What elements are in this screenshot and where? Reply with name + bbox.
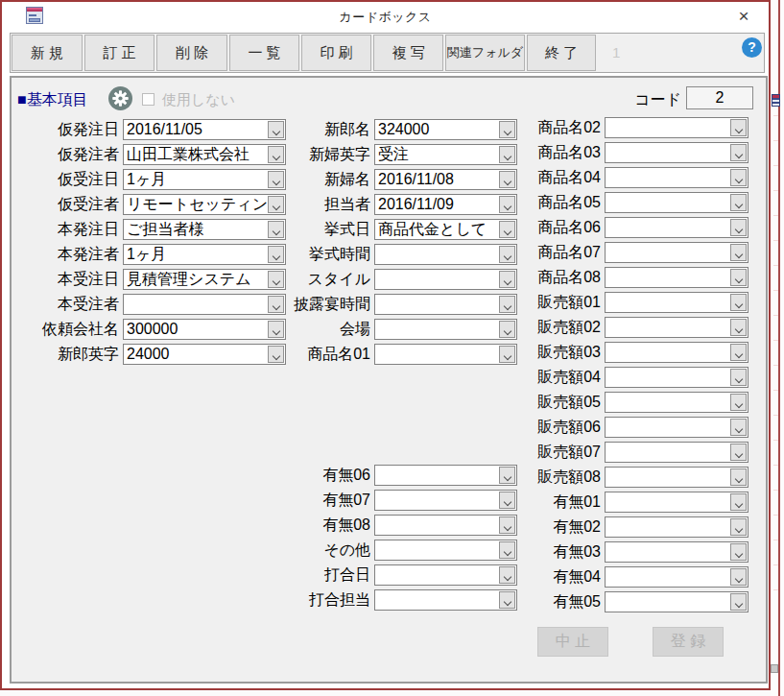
field-combobox[interactable]	[374, 344, 517, 365]
field-combobox[interactable]	[374, 294, 517, 315]
field-combobox[interactable]	[605, 267, 748, 288]
combobox-value	[608, 468, 729, 487]
chevron-down-icon[interactable]	[730, 543, 747, 561]
chevron-down-icon[interactable]	[730, 444, 747, 461]
field-combobox[interactable]: 2016/11/08	[374, 169, 517, 190]
field-combobox[interactable]	[605, 317, 748, 338]
field-combobox[interactable]	[374, 540, 517, 561]
close-icon[interactable]: ×	[732, 5, 755, 28]
help-icon[interactable]: ?	[742, 37, 762, 58]
field-combobox[interactable]: 2016/11/05	[123, 119, 286, 140]
field-label: 有無02	[509, 516, 601, 538]
cancel-button[interactable]: 中 止	[537, 627, 608, 657]
toolbar-button[interactable]: 新 規	[12, 35, 83, 71]
combobox-value: 24000	[127, 345, 267, 364]
toolbar-button[interactable]: 終 了	[527, 35, 596, 71]
field-label: 有無03	[509, 541, 601, 563]
field-combobox[interactable]: 商品代金として	[374, 219, 517, 240]
field-combobox[interactable]	[374, 244, 517, 265]
combobox-value	[378, 320, 498, 339]
field-combobox[interactable]: 受注	[374, 144, 517, 165]
gear-icon[interactable]	[108, 86, 132, 110]
field-combobox[interactable]: 見積管理システム	[123, 269, 286, 290]
field-combobox[interactable]	[374, 465, 517, 486]
field-combobox[interactable]	[605, 142, 748, 163]
field-combobox[interactable]	[605, 117, 748, 138]
chevron-down-icon[interactable]	[730, 144, 747, 161]
field-combobox[interactable]	[605, 591, 748, 612]
toolbar-button[interactable]: 複 写	[373, 35, 443, 71]
field-combobox[interactable]	[605, 342, 748, 363]
field-combobox[interactable]	[605, 492, 748, 513]
chevron-down-icon[interactable]	[730, 294, 747, 311]
field-combobox[interactable]	[605, 442, 748, 463]
field-combobox[interactable]	[605, 467, 748, 488]
field-label: 販売額06	[509, 417, 601, 438]
combobox-value	[608, 193, 729, 212]
field-combobox[interactable]: 324000	[374, 119, 517, 140]
combobox-value	[378, 295, 498, 314]
combobox-value: ご担当者様	[127, 220, 267, 239]
combobox-value: 300000	[127, 320, 267, 339]
field-combobox[interactable]	[374, 515, 517, 536]
chevron-down-icon[interactable]	[730, 493, 747, 511]
field-combobox[interactable]: 24000	[123, 344, 286, 365]
field-combobox[interactable]: リモートセッティング	[123, 194, 286, 215]
field-label: 有無04	[509, 566, 601, 588]
field-combobox[interactable]	[374, 269, 517, 290]
field-combobox[interactable]	[605, 392, 748, 413]
field-combobox[interactable]	[605, 541, 748, 563]
field-label: 打合担当	[278, 589, 370, 611]
chevron-down-icon[interactable]	[730, 518, 747, 536]
chevron-down-icon[interactable]	[730, 244, 747, 261]
field-combobox[interactable]	[605, 217, 748, 238]
toolbar-button[interactable]: 印 刷	[301, 35, 371, 71]
chevron-down-icon[interactable]	[730, 468, 747, 486]
field-combobox[interactable]: 300000	[123, 319, 286, 340]
chevron-down-icon[interactable]	[730, 593, 747, 611]
window-title: カードボックス	[2, 9, 769, 26]
field-combobox[interactable]: 1ヶ月	[123, 244, 286, 265]
field-combobox[interactable]	[374, 589, 517, 611]
field-combobox[interactable]	[605, 292, 748, 313]
chevron-down-icon[interactable]	[730, 369, 747, 386]
field-combobox[interactable]	[605, 417, 748, 438]
do-not-use-label: 使用しない	[162, 91, 235, 109]
field-combobox[interactable]	[605, 516, 748, 538]
code-field[interactable]: 2	[686, 86, 753, 109]
field-combobox[interactable]: ご担当者様	[123, 219, 286, 240]
chevron-down-icon[interactable]	[730, 194, 747, 211]
chevron-down-icon[interactable]	[730, 169, 747, 186]
chevron-down-icon[interactable]	[730, 419, 747, 436]
field-combobox[interactable]	[605, 192, 748, 213]
chevron-down-icon[interactable]	[730, 319, 747, 336]
field-combobox[interactable]: 山田工業株式会社	[123, 144, 286, 165]
toolbar-button[interactable]: 一 覧	[229, 35, 299, 71]
chevron-down-icon[interactable]	[730, 568, 747, 586]
field-combobox[interactable]	[605, 566, 748, 588]
chevron-down-icon[interactable]	[730, 119, 747, 136]
field-combobox[interactable]: 1ヶ月	[123, 169, 286, 190]
field-combobox[interactable]	[374, 319, 517, 340]
field-combobox[interactable]	[605, 242, 748, 263]
field-combobox[interactable]	[605, 167, 748, 188]
toolbar-button[interactable]: 削 除	[156, 35, 227, 71]
field-label: 仮発注日	[19, 119, 119, 140]
combobox-value	[608, 293, 729, 312]
field-combobox[interactable]	[123, 294, 286, 315]
do-not-use-checkbox[interactable]	[142, 93, 154, 106]
field-combobox[interactable]	[374, 490, 517, 511]
chevron-down-icon[interactable]	[730, 219, 747, 236]
chevron-down-icon[interactable]	[730, 269, 747, 286]
basic-items-panel: ■基本項目	[10, 76, 768, 684]
register-button[interactable]: 登 録	[653, 627, 724, 657]
chevron-down-icon[interactable]	[730, 344, 747, 361]
field-combobox[interactable]	[605, 367, 748, 388]
chevron-down-icon[interactable]	[730, 394, 747, 411]
field-label: 販売額03	[509, 342, 601, 363]
toolbar-button[interactable]: 関連フォルダ	[445, 35, 525, 71]
combobox-value	[378, 466, 498, 485]
field-combobox[interactable]	[374, 564, 517, 586]
field-combobox[interactable]: 2016/11/09	[374, 194, 517, 215]
toolbar-button[interactable]: 訂 正	[84, 35, 154, 71]
